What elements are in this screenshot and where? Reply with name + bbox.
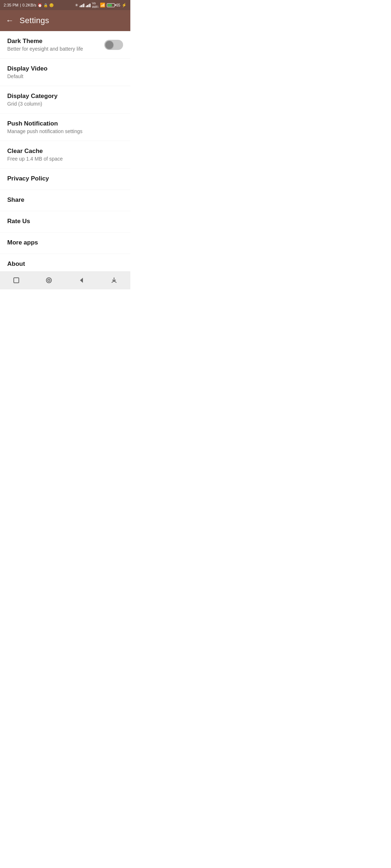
settings-item-title-about: About — [7, 260, 123, 268]
status-right: ✳ VoWiFi 📶 65 ⚡ — [75, 1, 127, 9]
settings-item-dark-theme[interactable]: Dark ThemeBetter for eyesight and batter… — [0, 31, 130, 59]
speed-display: 0.2KB/s — [22, 3, 37, 7]
settings-item-clear-cache[interactable]: Clear CacheFree up 1.4 MB of space — [0, 141, 130, 169]
settings-item-text-more-apps: More apps — [7, 239, 123, 247]
settings-item-text-push-notification: Push NotificationManage push notificatio… — [7, 120, 123, 134]
settings-item-title-dark-theme: Dark Theme — [7, 38, 104, 45]
settings-item-text-display-category: Display CategoryGrid (3 column) — [7, 93, 123, 107]
nav-download-button[interactable] — [106, 272, 122, 288]
settings-item-subtitle-display-category: Grid (3 column) — [7, 101, 123, 107]
settings-item-title-share: Share — [7, 196, 123, 204]
settings-item-title-rate-us: Rate Us — [7, 218, 123, 225]
app-bar: ← Settings — [0, 10, 130, 31]
toggle-dark-theme[interactable] — [104, 40, 123, 50]
svg-point-2 — [48, 279, 50, 281]
nav-back-button[interactable] — [73, 272, 89, 288]
status-bar: 2:35 PM | 0.2KB/s ⏰ 🔒 😊 ✳ VoWiFi 📶 65 ⚡ — [0, 0, 130, 10]
settings-item-rate-us[interactable]: Rate Us — [0, 211, 130, 233]
settings-item-display-category[interactable]: Display CategoryGrid (3 column) — [0, 86, 130, 114]
settings-item-title-display-category: Display Category — [7, 93, 123, 100]
settings-list: Dark ThemeBetter for eyesight and batter… — [0, 31, 130, 271]
settings-item-text-rate-us: Rate Us — [7, 218, 123, 226]
other-icon: 😊 — [49, 3, 54, 7]
settings-item-text-about: About — [7, 260, 123, 268]
settings-item-title-push-notification: Push Notification — [7, 120, 123, 127]
settings-item-subtitle-display-video: Default — [7, 73, 123, 79]
toggle-knob-dark-theme — [105, 41, 113, 49]
svg-point-1 — [46, 278, 51, 283]
separator: | — [20, 3, 21, 7]
battery-percent: 65 — [116, 3, 120, 7]
settings-item-text-dark-theme: Dark ThemeBetter for eyesight and batter… — [7, 38, 104, 52]
settings-item-text-privacy-policy: Privacy Policy — [7, 175, 123, 183]
battery-icon — [107, 3, 115, 7]
settings-item-title-privacy-policy: Privacy Policy — [7, 175, 123, 182]
settings-item-title-display-video: Display Video — [7, 65, 123, 72]
signal-bars-1 — [80, 3, 84, 7]
signal-bars-2 — [86, 3, 91, 7]
bluetooth-icon: ✳ — [75, 3, 78, 8]
nav-recents-button[interactable] — [8, 272, 24, 288]
settings-item-share[interactable]: Share — [0, 190, 130, 211]
wifi-icon: 📶 — [100, 3, 105, 8]
time-display: 2:35 PM — [4, 3, 18, 7]
svg-rect-0 — [14, 278, 19, 283]
settings-item-text-share: Share — [7, 196, 123, 204]
settings-item-subtitle-dark-theme: Better for eyesight and battery life — [7, 46, 104, 52]
status-left: 2:35 PM | 0.2KB/s ⏰ 🔒 😊 — [4, 3, 54, 7]
settings-item-about[interactable]: About — [0, 254, 130, 271]
settings-item-subtitle-clear-cache: Free up 1.4 MB of space — [7, 156, 123, 162]
svg-marker-3 — [80, 278, 83, 283]
settings-item-more-apps[interactable]: More apps — [0, 233, 130, 254]
nav-bar — [0, 271, 130, 289]
settings-item-privacy-policy[interactable]: Privacy Policy — [0, 169, 130, 190]
alarm-icon: ⏰ — [38, 3, 42, 7]
back-button[interactable]: ← — [6, 17, 14, 25]
settings-item-subtitle-push-notification: Manage push notification settings — [7, 128, 123, 134]
settings-item-text-display-video: Display VideoDefault — [7, 65, 123, 79]
nav-home-button[interactable] — [41, 272, 57, 288]
vpn-icon: 🔒 — [43, 3, 48, 7]
settings-item-title-more-apps: More apps — [7, 239, 123, 246]
settings-item-title-clear-cache: Clear Cache — [7, 148, 123, 155]
vowifi-icon: VoWiFi — [92, 1, 98, 9]
settings-item-push-notification[interactable]: Push NotificationManage push notificatio… — [0, 114, 130, 141]
settings-item-display-video[interactable]: Display VideoDefault — [0, 59, 130, 86]
page-title: Settings — [20, 16, 49, 25]
charging-icon: ⚡ — [122, 3, 127, 8]
settings-item-text-clear-cache: Clear CacheFree up 1.4 MB of space — [7, 148, 123, 162]
